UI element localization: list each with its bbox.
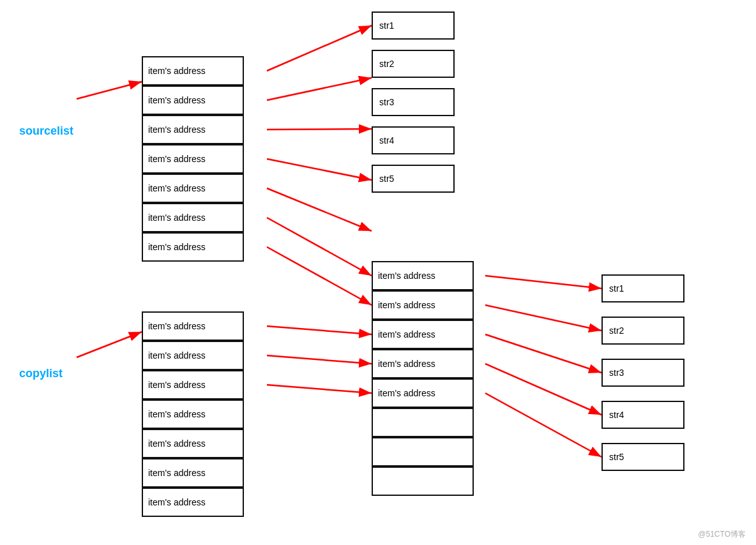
list-item: item's address: [142, 311, 244, 341]
list-item: item's address: [142, 429, 244, 458]
svg-line-16: [485, 364, 601, 415]
list-item: item's address: [142, 174, 244, 203]
list-item: item's address: [142, 458, 244, 488]
str-top-column: str1 str2 str3 str4 str5: [372, 11, 455, 193]
list-item: item's address: [142, 399, 244, 429]
svg-line-9: [77, 332, 142, 357]
str-item: str1: [601, 274, 684, 302]
svg-line-4: [267, 129, 372, 130]
copylist-column: item's address item's address item's add…: [142, 311, 244, 517]
svg-line-15: [485, 334, 601, 373]
str-item: str1: [372, 11, 455, 40]
list-item: [372, 408, 474, 437]
str-item: str2: [372, 50, 455, 78]
svg-line-6: [267, 188, 372, 231]
sourcelist-label: sourcelist: [19, 124, 73, 138]
svg-line-7: [267, 218, 372, 276]
middle-bottom-column: item's address item's address item's add…: [372, 261, 474, 496]
svg-line-1: [77, 82, 142, 99]
list-item: item's address: [372, 261, 474, 290]
str-item: str3: [372, 88, 455, 116]
list-item: item's address: [142, 488, 244, 517]
list-item: [372, 437, 474, 467]
svg-line-17: [485, 393, 601, 457]
list-item: item's address: [372, 349, 474, 378]
watermark: @51CTO博客: [698, 529, 746, 540]
svg-line-14: [485, 305, 601, 331]
sourcelist-column: item's address item's address item's add…: [142, 56, 244, 262]
str-item: str5: [601, 443, 684, 471]
svg-line-12: [267, 385, 372, 393]
svg-line-2: [267, 26, 372, 71]
str-item: str4: [372, 126, 455, 154]
list-item: item's address: [142, 86, 244, 115]
list-item: item's address: [142, 341, 244, 370]
str-item: str5: [372, 165, 455, 193]
list-item: item's address: [142, 144, 244, 174]
list-item: item's address: [372, 378, 474, 408]
str-item: str2: [601, 317, 684, 345]
list-item: item's address: [142, 115, 244, 144]
list-item: [372, 467, 474, 496]
str-item: str3: [601, 359, 684, 387]
svg-line-13: [485, 276, 601, 288]
list-item: item's address: [142, 232, 244, 262]
svg-line-11: [267, 355, 372, 364]
list-item: item's address: [142, 203, 244, 232]
list-item: item's address: [142, 370, 244, 399]
svg-line-10: [267, 326, 372, 334]
svg-line-5: [267, 159, 372, 180]
svg-line-8: [267, 247, 372, 305]
list-item: item's address: [372, 290, 474, 320]
str-bottom-column: str1 str2 str3 str4 str5: [601, 274, 684, 471]
list-item: item's address: [372, 320, 474, 349]
str-item: str4: [601, 401, 684, 429]
svg-line-3: [267, 78, 372, 100]
list-item: item's address: [142, 56, 244, 86]
copylist-label: copylist: [19, 367, 63, 380]
